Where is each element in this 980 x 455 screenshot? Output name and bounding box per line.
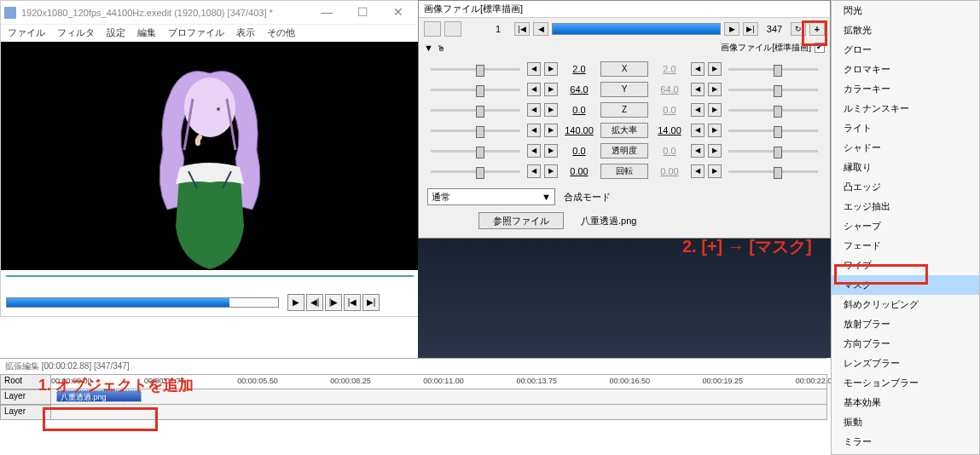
seek-end-button[interactable]: ▶|	[743, 22, 758, 36]
seek-progress[interactable]	[6, 297, 279, 308]
param-value-right[interactable]: 14.00	[652, 125, 687, 135]
effect-menu-item[interactable]: ワイプ	[832, 256, 979, 275]
param-dec-left[interactable]: ◀	[527, 124, 541, 137]
timeline-ruler[interactable]: 00:00:00.00 00:00:02.75 00:00:05.50 00:0…	[51, 374, 827, 389]
tool-grid-icon[interactable]	[444, 21, 461, 37]
param-value-left[interactable]: 64.0	[561, 84, 597, 95]
effect-menu-item[interactable]: 方向ブラー	[832, 334, 979, 354]
skip-fwd-button[interactable]: ▶|	[362, 294, 380, 311]
effect-menu-item[interactable]: 凸エッジ	[832, 177, 979, 197]
param-inc-right[interactable]: ▶	[708, 83, 722, 96]
param-value-right[interactable]: 0.00	[652, 166, 687, 176]
param-value-left[interactable]: 2.0	[561, 64, 597, 74]
timeline-track[interactable]: 八重透過.png	[51, 389, 827, 405]
skip-back-button[interactable]: |◀	[344, 294, 361, 311]
param-slider-left[interactable]	[431, 170, 520, 173]
param-inc-left[interactable]: ▶	[544, 144, 558, 158]
param-dec-right[interactable]: ◀	[691, 164, 705, 178]
effect-menu-item[interactable]: 閃光	[832, 1, 979, 20]
param-dec-left[interactable]: ◀	[527, 144, 541, 158]
close-button[interactable]: ✕	[381, 4, 415, 21]
param-name-button[interactable]: X	[600, 61, 648, 77]
timeline-root[interactable]: Root	[0, 374, 51, 389]
param-value-right[interactable]: 0.0	[652, 146, 687, 156]
effect-menu-item[interactable]: シャープ	[832, 216, 979, 236]
step-back-button[interactable]: ◀|	[306, 294, 323, 311]
effect-menu-item[interactable]: 基本効果	[832, 393, 979, 412]
effect-menu-item[interactable]: ミラー	[832, 432, 979, 452]
effect-menu-item[interactable]: ルミナンスキー	[832, 99, 979, 118]
param-slider-right[interactable]	[728, 150, 818, 153]
effect-menu-item[interactable]: グロー	[832, 40, 979, 60]
effect-menu-item[interactable]: 縁取り	[832, 158, 979, 177]
seek-start-button[interactable]: |◀	[514, 22, 530, 36]
param-inc-right[interactable]: ▶	[708, 62, 722, 76]
param-name-button[interactable]: 回転	[600, 164, 648, 179]
timeline-layer-label[interactable]: Layer	[0, 389, 51, 405]
param-slider-left[interactable]	[431, 109, 520, 112]
menu-other[interactable]: その他	[267, 26, 295, 40]
effect-menu-item[interactable]: クロマキー	[832, 60, 979, 79]
param-dec-right[interactable]: ◀	[691, 103, 705, 117]
effect-menu-item[interactable]: レンズブラー	[832, 354, 979, 373]
step-fwd-button[interactable]: |▶	[325, 294, 342, 311]
param-inc-left[interactable]: ▶	[544, 83, 558, 96]
effect-menu-item[interactable]: 放射ブラー	[832, 314, 979, 334]
blend-mode-select[interactable]: 通常 ▼	[427, 188, 555, 205]
param-dec-left[interactable]: ◀	[527, 62, 541, 76]
param-name-button[interactable]: 透明度	[600, 143, 648, 158]
param-value-right[interactable]: 64.0	[652, 84, 687, 95]
param-inc-right[interactable]: ▶	[708, 103, 722, 117]
param-value-right[interactable]: 2.0	[652, 64, 687, 74]
maximize-button[interactable]: ☐	[345, 4, 380, 21]
loop-button[interactable]: ↻	[791, 22, 806, 36]
param-slider-right[interactable]	[728, 130, 818, 132]
param-slider-left[interactable]	[431, 150, 520, 153]
seek-next-button[interactable]: ▶	[724, 22, 739, 36]
object-enable-checkbox[interactable]	[815, 43, 825, 53]
param-dec-left[interactable]: ◀	[527, 103, 541, 117]
param-slider-left[interactable]	[431, 68, 520, 71]
param-slider-left[interactable]	[431, 89, 520, 91]
effect-menu-item[interactable]: カラーキー	[832, 79, 979, 99]
param-slider-right[interactable]	[728, 170, 818, 173]
param-value-left[interactable]: 0.0	[561, 105, 597, 115]
param-inc-right[interactable]: ▶	[708, 164, 722, 178]
param-inc-right[interactable]: ▶	[708, 124, 722, 137]
param-slider-left[interactable]	[431, 130, 520, 132]
param-dec-right[interactable]: ◀	[691, 124, 705, 137]
menu-view[interactable]: 表示	[236, 26, 255, 40]
effect-menu-item[interactable]: 斜めクリッピング	[832, 295, 979, 314]
param-value-left[interactable]: 140.00	[561, 125, 597, 135]
param-dec-right[interactable]: ◀	[691, 62, 705, 76]
param-inc-left[interactable]: ▶	[544, 124, 558, 137]
param-slider-right[interactable]	[728, 68, 818, 71]
add-effect-button[interactable]: +	[809, 22, 825, 36]
menu-profile[interactable]: プロファイル	[168, 26, 224, 40]
effect-menu-item[interactable]: 拡散光	[832, 20, 979, 40]
param-slider-right[interactable]	[728, 109, 818, 112]
effect-menu-item[interactable]: ラスター	[832, 452, 979, 455]
param-dec-right[interactable]: ◀	[691, 83, 705, 96]
param-name-button[interactable]: 拡大率	[600, 123, 648, 138]
timeline-layer-label[interactable]: Layer	[0, 405, 51, 420]
param-inc-left[interactable]: ▶	[544, 103, 558, 117]
menu-edit[interactable]: 編集	[137, 26, 156, 40]
param-dec-left[interactable]: ◀	[527, 83, 541, 96]
timeline-track[interactable]	[51, 405, 827, 420]
minimize-button[interactable]: —	[310, 4, 344, 21]
seek-prev-button[interactable]: ◀	[533, 22, 548, 36]
param-value-right[interactable]: 0.0	[652, 105, 687, 115]
reference-file-button[interactable]: 参照ファイル	[478, 212, 564, 229]
param-name-button[interactable]: Z	[600, 102, 648, 118]
menu-filter[interactable]: フィルタ	[57, 26, 95, 40]
object-seekbar[interactable]	[552, 23, 721, 35]
param-value-left[interactable]: 0.0	[561, 146, 597, 156]
param-inc-left[interactable]: ▶	[544, 164, 558, 178]
effect-menu-item[interactable]: エッジ抽出	[832, 197, 979, 216]
param-name-button[interactable]: Y	[600, 82, 648, 97]
param-dec-left[interactable]: ◀	[527, 164, 541, 178]
param-inc-left[interactable]: ▶	[544, 62, 558, 76]
param-value-left[interactable]: 0.00	[561, 166, 597, 176]
effect-menu-item[interactable]: シャドー	[832, 138, 979, 158]
